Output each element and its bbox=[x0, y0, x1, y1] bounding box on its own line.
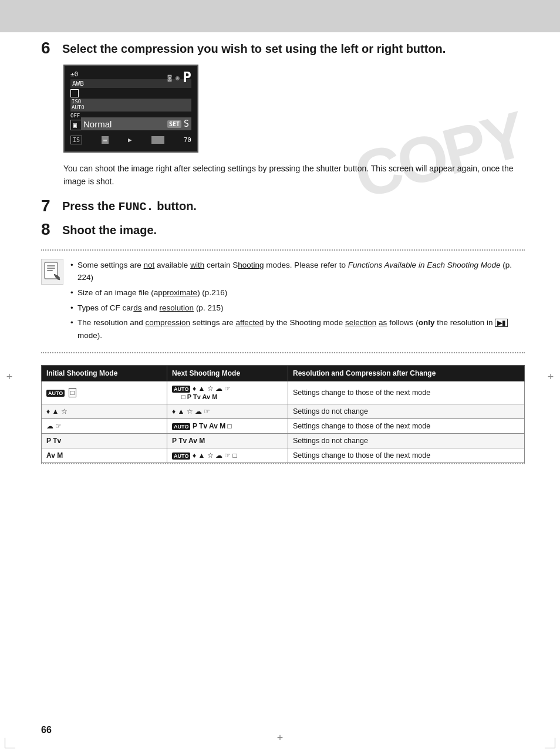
note-compression: compression bbox=[146, 318, 191, 327]
table-header: Initial Shooting Mode Next Shooting Mode… bbox=[42, 366, 525, 381]
step-7-text-after: button. bbox=[154, 200, 197, 212]
next-modes-3: P Tv Av M □ bbox=[193, 422, 232, 430]
svg-rect-3 bbox=[47, 270, 53, 271]
lcd-circle-icons: ◙ ◉ bbox=[168, 74, 180, 82]
table-row: Av M AUTO ♦ ▲ ☆ ☁ ☞ □ Settings change to… bbox=[42, 448, 525, 463]
corner-mark-bl bbox=[5, 738, 15, 748]
note-affected: affected bbox=[235, 318, 264, 327]
lcd-bottom-num: 70 bbox=[184, 136, 191, 144]
note-selection: selection bbox=[345, 318, 376, 327]
lcd-normal-row: Normal SET S bbox=[81, 117, 191, 130]
td-initial-3: ☁ ☞ bbox=[42, 419, 167, 434]
td-next-2: ♦ ▲ ☆ ☁ ☞ bbox=[167, 404, 288, 419]
modes-initial-5: Av M bbox=[46, 451, 63, 460]
auto-badge-next-3: AUTO bbox=[172, 423, 190, 430]
td-next-5: AUTO ♦ ▲ ☆ ☁ ☞ □ bbox=[167, 448, 288, 463]
td-result-4: Settings do not change bbox=[288, 434, 524, 448]
note-mode-symbol: ▶▮ bbox=[495, 319, 508, 327]
step-6-header: 6 Select the compression you wish to set… bbox=[41, 41, 525, 56]
next-modes-4: P Tv Av M bbox=[172, 437, 205, 445]
lcd-set-area: SET S bbox=[167, 119, 189, 129]
lcd-bottom-rect bbox=[151, 136, 164, 144]
modes-initial-3: ☁ ☞ bbox=[46, 422, 62, 430]
td-next-4: P Tv Av M bbox=[167, 434, 288, 448]
svg-rect-2 bbox=[47, 268, 55, 269]
note-box: Some settings are not available with cer… bbox=[41, 249, 525, 354]
lcd-screen: ±0 AWB ISOAUTO OFF ▣ ◙ ◉ P Normal SET S bbox=[63, 65, 198, 153]
note-icon bbox=[41, 259, 63, 285]
note-as: as bbox=[379, 318, 387, 327]
note-content: Some settings are not available with cer… bbox=[70, 259, 525, 345]
table-row: ☁ ☞ AUTO P Tv Av M □ Settings change to … bbox=[42, 419, 525, 434]
note-item-3: Types of CF cards and resolution (p. 215… bbox=[70, 302, 525, 315]
modes-initial-2: ♦ ▲ ☆ bbox=[46, 407, 68, 416]
step-8-text: Shoot the image. bbox=[62, 222, 157, 238]
td-result-5: Settings change to those of the next mod… bbox=[288, 448, 524, 463]
step-6-number: 6 bbox=[41, 40, 60, 56]
note-item-2: Size of an image file (approximate) (p.2… bbox=[70, 286, 525, 299]
crosshair-bottom bbox=[275, 733, 285, 742]
td-initial-1: AUTO □ bbox=[42, 381, 167, 404]
table-row: AUTO □ AUTO ♦ ▲ ☆ ☁ ☞ □ P Tv Av M Settin… bbox=[42, 381, 525, 404]
table-row: P Tv P Tv Av M Settings do not change bbox=[42, 434, 525, 448]
mode-stitch-icon: □ bbox=[69, 388, 76, 397]
lcd-bottom-icon2: ▬ bbox=[102, 136, 109, 144]
next-modes-1b: □ P Tv Av M bbox=[181, 393, 217, 400]
td-next-3: AUTO P Tv Av M □ bbox=[167, 419, 288, 434]
page-number: 66 bbox=[41, 725, 52, 735]
main-content: 6 Select the compression you wish to set… bbox=[0, 0, 560, 491]
note-hooting: hooting bbox=[238, 261, 264, 269]
td-result-2: Settings do not change bbox=[288, 404, 524, 419]
lcd-bottom-tri: ▶ bbox=[128, 136, 132, 144]
step-6-title: Select the compression you wish to set u… bbox=[62, 41, 446, 56]
td-result-1: Settings change to those of the next mod… bbox=[288, 381, 524, 404]
svg-rect-1 bbox=[47, 265, 55, 266]
td-result-3: Settings change to those of the next mod… bbox=[288, 419, 524, 434]
note-item-4: The resolution and compression settings … bbox=[70, 316, 525, 342]
note-only: only bbox=[419, 318, 435, 327]
step-6-body: You can shoot the image right after sele… bbox=[63, 162, 525, 188]
lcd-bottom-icon1: IS bbox=[70, 136, 82, 144]
auto-badge-next-5: AUTO bbox=[172, 453, 190, 460]
note-italic-1: Functions Available in Each Shooting Mod… bbox=[348, 261, 501, 269]
corner-mark-br bbox=[545, 738, 555, 748]
modes-initial-4: P Tv bbox=[46, 437, 61, 445]
bottom-dotted-line bbox=[41, 463, 525, 468]
auto-badge-1: AUTO bbox=[46, 390, 65, 397]
table-body: AUTO □ AUTO ♦ ▲ ☆ ☁ ☞ □ P Tv Av M Settin… bbox=[42, 381, 525, 463]
auto-badge-next-1: AUTO bbox=[172, 386, 190, 393]
lcd-iso: ISOAUTO bbox=[70, 99, 191, 112]
note-proximate: proximate bbox=[163, 288, 197, 297]
note-not: not bbox=[144, 261, 155, 269]
modes-table: Initial Shooting Mode Next Shooting Mode… bbox=[41, 365, 525, 463]
note-with: with bbox=[190, 261, 204, 269]
step-8-header: 8 Shoot the image. bbox=[41, 222, 525, 238]
table-header-row: Initial Shooting Mode Next Shooting Mode… bbox=[42, 366, 525, 381]
next-modes-5: ♦ ▲ ☆ ☁ ☞ □ bbox=[193, 451, 237, 460]
lcd-p-mode: P bbox=[183, 70, 191, 85]
lcd-s-label: S bbox=[184, 119, 189, 129]
td-initial-4: P Tv bbox=[42, 434, 167, 448]
step-7-header: 7 Press the FUNC. button. bbox=[41, 199, 525, 214]
next-modes-2: ♦ ▲ ☆ ☁ ☞ bbox=[172, 407, 210, 416]
lcd-set-badge: SET bbox=[167, 120, 181, 128]
td-next-1: AUTO ♦ ▲ ☆ ☁ ☞ □ P Tv Av M bbox=[167, 381, 288, 404]
note-ds: ds bbox=[133, 303, 141, 312]
lcd-bottom-row: IS ▬ ▶ 70 bbox=[70, 136, 191, 144]
th-next: Next Shooting Mode bbox=[167, 366, 288, 381]
step-7-func: FUNC. bbox=[119, 200, 154, 214]
table-row: ♦ ▲ ☆ ♦ ▲ ☆ ☁ ☞ Settings do not change bbox=[42, 404, 525, 419]
step-8-number: 8 bbox=[41, 221, 60, 238]
td-initial-2: ♦ ▲ ☆ bbox=[42, 404, 167, 419]
th-result: Resolution and Compression after Change bbox=[288, 366, 524, 381]
note-resolution: resolution bbox=[160, 303, 194, 312]
lcd-top-right: ◙ ◉ P bbox=[168, 70, 191, 85]
note-list: Some settings are not available with cer… bbox=[70, 259, 525, 342]
lcd-square bbox=[70, 89, 79, 97]
step-7-text-before: Press the bbox=[62, 200, 119, 212]
step-7-number: 7 bbox=[41, 198, 60, 214]
note-item-1: Some settings are not available with cer… bbox=[70, 259, 525, 284]
lcd-normal-text: Normal bbox=[83, 119, 112, 129]
td-initial-5: Av M bbox=[42, 448, 167, 463]
next-modes-1: ♦ ▲ ☆ ☁ ☞ bbox=[193, 384, 231, 393]
